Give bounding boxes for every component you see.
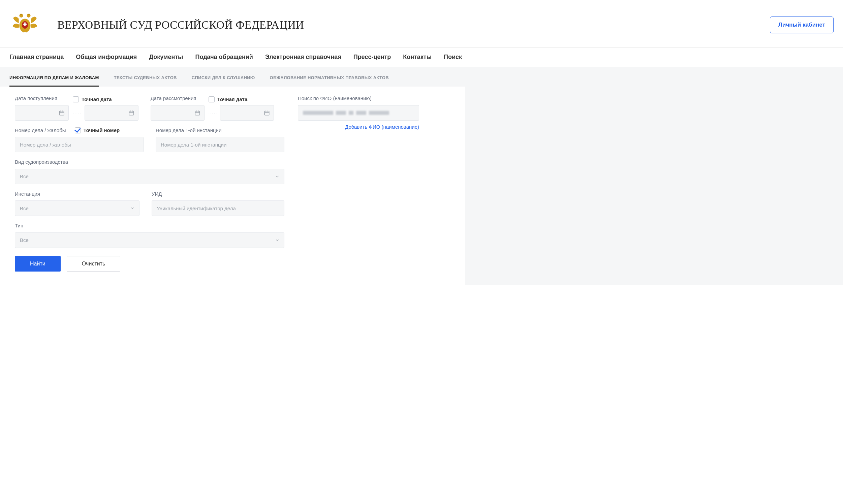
add-fio-link[interactable]: Добавить ФИО (наименование) — [298, 124, 419, 130]
sub-nav: ИНФОРМАЦИЯ ПО ДЕЛАМ И ЖАЛОБАМ ТЕКСТЫ СУД… — [0, 67, 843, 87]
date-received-from[interactable] — [15, 105, 69, 121]
nav-general-info[interactable]: Общая информация — [76, 48, 137, 67]
type-label: Тип — [15, 222, 284, 230]
date-received-to[interactable] — [85, 105, 139, 121]
tab-hearing-lists[interactable]: СПИСКИ ДЕЛ К СЛУШАНИЮ — [192, 75, 255, 87]
nav-reference[interactable]: Электронная справочная — [265, 48, 341, 67]
svg-rect-3 — [20, 14, 22, 15]
nav-contacts[interactable]: Контакты — [403, 48, 432, 67]
search-form-panel: Дата поступления Точная дата — [0, 87, 465, 285]
instance-select[interactable]: Все — [15, 200, 140, 216]
nav-documents[interactable]: Документы — [149, 48, 183, 67]
proceeding-type-label: Вид судопроизводства — [15, 158, 284, 166]
case-number-label: Номер дела / жалобы — [15, 127, 66, 134]
exact-number-label: Точный номер — [84, 127, 120, 133]
nav-search[interactable]: Поиск — [444, 48, 462, 67]
date-review-from[interactable] — [150, 105, 204, 121]
content-area: ИНФОРМАЦИЯ ПО ДЕЛАМ И ЖАЛОБАМ ТЕКСТЫ СУД… — [0, 67, 843, 285]
login-button[interactable]: Личный кабинет — [770, 17, 833, 33]
exact-date-received-checkbox[interactable] — [73, 96, 79, 103]
tab-appeals[interactable]: ОБЖАЛОВАНИЕ НОРМАТИВНЫХ ПРАВОВЫХ АКТОВ — [270, 75, 389, 87]
fio-search-input[interactable] — [298, 105, 419, 121]
date-review-label: Дата рассмотрения — [150, 95, 204, 103]
uid-input[interactable] — [151, 200, 284, 216]
date-received-label: Дата поступления — [15, 95, 69, 103]
form-main-column: Дата поступления Точная дата — [15, 95, 284, 272]
tab-cases-info[interactable]: ИНФОРМАЦИЯ ПО ДЕЛАМ И ЖАЛОБАМ — [10, 75, 99, 87]
site-header: ВЕРХОВНЫЙ СУД РОССИЙСКОЙ ФЕДЕРАЦИИ Личны… — [0, 0, 843, 48]
fio-search-label: Поиск по ФИО (наименованию) — [298, 95, 419, 103]
svg-rect-4 — [28, 14, 30, 15]
exact-number-checkbox[interactable] — [75, 127, 81, 133]
nav-submit[interactable]: Подача обращений — [195, 48, 253, 67]
exact-date-review-checkbox[interactable] — [209, 96, 215, 103]
type-select[interactable]: Все — [15, 232, 284, 248]
uid-label: УИД — [151, 190, 284, 198]
coat-of-arms-icon — [10, 10, 40, 40]
nav-press[interactable]: Пресс-центр — [354, 48, 391, 67]
tab-judicial-texts[interactable]: ТЕКСТЫ СУДЕБНЫХ АКТОВ — [114, 75, 177, 87]
site-title: ВЕРХОВНЫЙ СУД РОССИЙСКОЙ ФЕДЕРАЦИИ — [57, 19, 770, 31]
proceeding-type-select[interactable]: Все — [15, 169, 284, 184]
date-review-to[interactable] — [220, 105, 274, 121]
case-number-input[interactable] — [15, 137, 144, 152]
exact-date-review-label: Точная дата — [217, 96, 248, 102]
instance-label: Инстанция — [15, 190, 140, 198]
range-separator: ····· — [209, 105, 218, 121]
search-button[interactable]: Найти — [15, 256, 61, 272]
first-instance-label: Номер дела 1-ой инстанции — [156, 127, 284, 134]
main-nav: Главная страница Общая информация Докуме… — [0, 48, 843, 67]
svg-rect-7 — [23, 23, 26, 24]
range-separator: ····· — [73, 105, 82, 121]
first-instance-input[interactable] — [156, 137, 284, 152]
clear-button[interactable]: Очистить — [67, 256, 121, 272]
form-side-column: Поиск по ФИО (наименованию) Добавить ФИО… — [298, 95, 419, 272]
exact-date-received-label: Точная дата — [82, 96, 112, 102]
nav-home[interactable]: Главная страница — [10, 48, 64, 67]
